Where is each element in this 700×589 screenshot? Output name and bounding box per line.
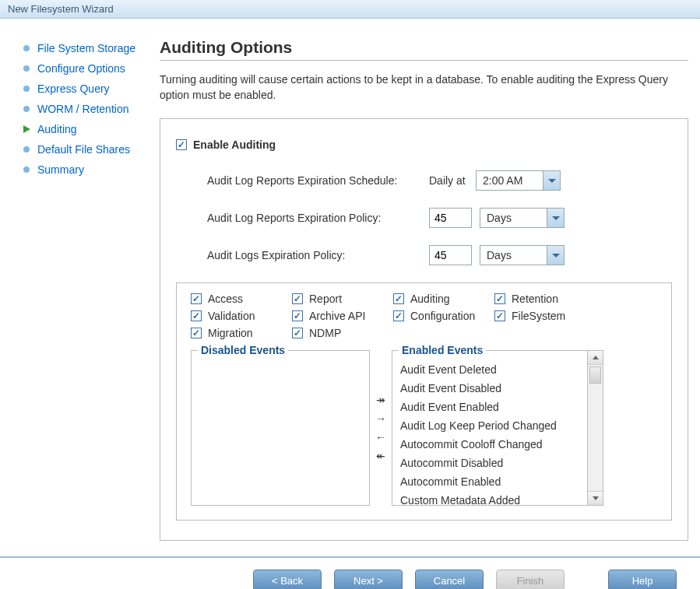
sidebar-item-label: File System Storage <box>37 42 135 54</box>
enabled-events-title: Enabled Events <box>399 344 486 356</box>
category-checkbox[interactable] <box>292 293 303 304</box>
next-button[interactable]: Next > <box>334 570 403 589</box>
event-item[interactable]: Audit Event Disabled <box>399 379 584 398</box>
move-all-right-button[interactable]: ↠ <box>376 394 385 405</box>
category-checkbox[interactable] <box>393 293 404 304</box>
sidebar-item-auditing[interactable]: Auditing <box>23 119 148 139</box>
chevron-down-icon <box>552 216 560 220</box>
category-label: NDMP <box>309 327 341 339</box>
wizard-sidebar: File System Storage Configure Options Ex… <box>0 19 156 556</box>
finish-button: Finish <box>496 570 565 589</box>
category-label: Auditing <box>410 293 450 305</box>
category-checkbox[interactable] <box>191 310 202 321</box>
sidebar-item-filesystem-storage[interactable]: File System Storage <box>23 38 148 58</box>
dropdown-button[interactable] <box>547 209 564 227</box>
category-checkbox[interactable] <box>494 310 505 321</box>
chevron-down-icon <box>552 254 560 258</box>
bullet-icon <box>23 65 30 72</box>
enabled-events-box[interactable]: Enabled Events Audit Event Deleted Audit… <box>392 350 588 506</box>
report-policy-input[interactable] <box>429 208 472 228</box>
category-label: Retention <box>512 293 558 305</box>
category-checkbox[interactable] <box>494 293 505 304</box>
log-policy-input[interactable] <box>429 245 472 265</box>
category-checkbox[interactable] <box>292 328 303 338</box>
enabled-events-list: Audit Event Deleted Audit Event Disabled… <box>392 351 587 505</box>
sidebar-item-label: Summary <box>37 163 84 176</box>
back-button[interactable]: < Back <box>253 570 322 589</box>
enabled-events-scrollbar[interactable] <box>588 350 603 506</box>
category-ndmp: NDMP <box>292 327 393 339</box>
category-checkbox[interactable] <box>292 310 303 321</box>
event-item[interactable]: Audit Event Enabled <box>399 398 584 416</box>
category-label: Report <box>309 293 342 305</box>
cancel-button[interactable]: Cancel <box>415 570 484 589</box>
schedule-label: Audit Log Reports Expiration Schedule: <box>207 174 429 187</box>
log-policy-row: Audit Logs Expiration Policy: Days <box>176 245 672 265</box>
schedule-row: Audit Log Reports Expiration Schedule: D… <box>176 170 672 191</box>
schedule-freq: Daily at <box>429 174 476 187</box>
enable-auditing-checkbox[interactable] <box>176 139 187 150</box>
move-left-button[interactable]: ← <box>375 432 386 443</box>
sidebar-item-worm-retention[interactable]: WORM / Retention <box>23 99 148 119</box>
event-item[interactable]: Autocommit Disabled <box>399 454 584 472</box>
bullet-icon <box>23 106 30 112</box>
events-transfer-row: Disabled Events ↠ → ← ↞ Enabled Events A… <box>191 350 657 506</box>
disabled-events-list <box>192 351 369 505</box>
bullet-icon <box>23 45 30 51</box>
scroll-track[interactable] <box>588 385 603 491</box>
schedule-time-value: 2:00 AM <box>477 174 543 187</box>
category-checkbox[interactable] <box>191 293 202 304</box>
help-button[interactable]: Help <box>608 570 677 589</box>
scroll-down-button[interactable] <box>588 491 603 505</box>
dropdown-button[interactable] <box>547 246 564 265</box>
dropdown-button[interactable] <box>543 171 560 190</box>
enable-auditing-label: Enable Auditing <box>193 138 276 151</box>
category-report: Report <box>292 293 393 305</box>
triangle-up-icon <box>593 356 599 359</box>
category-checkbox[interactable] <box>393 310 404 321</box>
category-archive-api: Archive API <box>292 310 393 322</box>
category-retention: Retention <box>494 293 596 305</box>
sidebar-item-label: Configure Options <box>37 62 125 75</box>
enable-auditing-row: Enable Auditing <box>176 138 672 151</box>
event-item[interactable]: Custom Metadata Added <box>399 491 584 505</box>
event-item[interactable]: Autocommit Cooloff Changed <box>399 435 584 454</box>
event-item[interactable]: Autocommit Enabled <box>399 472 584 491</box>
page-title: Auditing Options <box>160 38 688 57</box>
move-all-left-button[interactable]: ↞ <box>376 451 385 461</box>
category-label: Access <box>208 293 243 305</box>
triangle-down-icon <box>593 496 599 500</box>
category-label: Migration <box>208 327 253 339</box>
log-policy-unit-value: Days <box>480 249 547 261</box>
sidebar-item-configure-options[interactable]: Configure Options <box>23 58 148 79</box>
scroll-up-button[interactable] <box>588 351 603 365</box>
bullet-icon <box>23 167 30 173</box>
event-item[interactable]: Audit Log Keep Period Changed <box>399 416 584 435</box>
sidebar-item-label: Express Query <box>37 82 110 95</box>
category-checkbox[interactable] <box>191 328 202 338</box>
scroll-thumb[interactable] <box>589 366 601 384</box>
sidebar-item-express-query[interactable]: Express Query <box>23 79 148 99</box>
disabled-events-title: Disabled Events <box>198 344 288 356</box>
window-title: New Filesystem Wizard <box>8 3 114 15</box>
arrow-right-icon <box>23 125 30 133</box>
bullet-icon <box>23 146 30 153</box>
page-description: Turning auditing will cause certain acti… <box>160 72 688 103</box>
sidebar-item-label: Auditing <box>37 123 77 135</box>
category-configuration: Configuration <box>393 310 494 322</box>
event-item[interactable]: Audit Event Deleted <box>399 360 584 379</box>
report-policy-unit-dropdown[interactable]: Days <box>480 208 565 228</box>
schedule-time-dropdown[interactable]: 2:00 AM <box>476 170 561 191</box>
sidebar-item-summary[interactable]: Summary <box>23 160 148 180</box>
log-policy-unit-dropdown[interactable]: Days <box>480 245 565 265</box>
sidebar-item-label: WORM / Retention <box>37 103 128 115</box>
disabled-events-box[interactable]: Disabled Events <box>191 350 370 506</box>
category-label: FileSystem <box>512 310 565 322</box>
category-label: Configuration <box>410 310 475 322</box>
category-filesystem: FileSystem <box>494 310 596 322</box>
categories-grid: Access Report Auditing Retention Validat… <box>191 293 657 339</box>
move-right-button[interactable]: → <box>375 413 386 424</box>
sidebar-item-default-file-shares[interactable]: Default File Shares <box>23 139 148 160</box>
options-panel: Enable Auditing Audit Log Reports Expira… <box>160 118 688 541</box>
content-area: Auditing Options Turning auditing will c… <box>156 19 700 556</box>
